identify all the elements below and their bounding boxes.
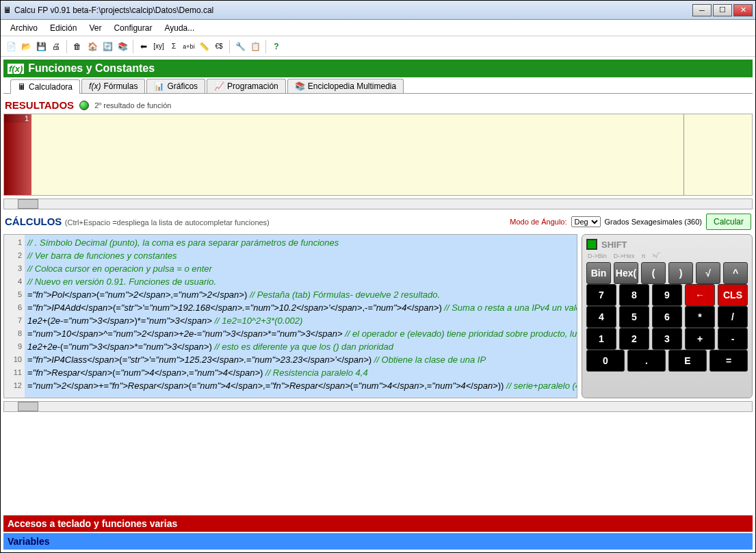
shift-label: SHIFT bbox=[601, 240, 627, 250]
print-icon[interactable]: 🖨 bbox=[50, 40, 62, 53]
menu-archivo[interactable]: Archivo bbox=[5, 22, 43, 34]
list-icon[interactable]: 📋 bbox=[249, 40, 261, 53]
resultados-ruler bbox=[683, 114, 752, 195]
key-x[interactable]: + bbox=[685, 328, 715, 350]
titlebar: 🖩 Calcu FP v0.91 beta-F:\projects\calcip… bbox=[1, 1, 755, 20]
angle-select[interactable]: Deg bbox=[571, 216, 601, 227]
window-title: Calcu FP v0.91 beta-F:\projects\calcip\D… bbox=[14, 5, 213, 15]
key-x[interactable]: . bbox=[627, 350, 666, 372]
key-x[interactable]: ) bbox=[668, 262, 693, 284]
minimize-button[interactable]: ─ bbox=[692, 4, 712, 16]
tab-graficos[interactable]: 📊Gráficos bbox=[146, 79, 205, 93]
resultados-editor[interactable]: 1 bbox=[3, 114, 753, 196]
key-x[interactable]: ^ bbox=[723, 262, 748, 284]
key-7[interactable]: 7 bbox=[586, 284, 616, 306]
tab-calculadora[interactable]: 🖩Calculadora bbox=[10, 79, 80, 94]
menu-ver[interactable]: Ver bbox=[83, 22, 107, 34]
functions-title: Funciones y Constantes bbox=[28, 62, 155, 75]
chart-icon: 📊 bbox=[154, 81, 164, 91]
key-6[interactable]: 6 bbox=[652, 306, 682, 328]
maximize-button[interactable]: ☐ bbox=[713, 4, 732, 16]
keypad-hints: D->Bin D->Hex π ³√‾ bbox=[586, 253, 748, 259]
delete-icon[interactable]: 🗑 bbox=[71, 40, 83, 53]
open-icon[interactable]: 📂 bbox=[20, 40, 32, 53]
prog-icon: 📈 bbox=[214, 81, 224, 91]
scrollbar-thumb[interactable] bbox=[18, 199, 38, 209]
key-2[interactable]: 2 bbox=[619, 328, 649, 350]
key-x[interactable]: * bbox=[685, 306, 715, 328]
currency-icon[interactable]: €$ bbox=[213, 40, 225, 53]
key-Hexx[interactable]: Hex( bbox=[614, 262, 638, 284]
key-E[interactable]: E bbox=[668, 350, 707, 372]
key-5[interactable]: 5 bbox=[619, 306, 649, 328]
tab-programacion[interactable]: 📈Programación bbox=[207, 79, 286, 93]
resultados-gutter: 1 bbox=[4, 114, 31, 195]
abi-icon[interactable]: a+bi bbox=[183, 40, 195, 53]
key-8[interactable]: 8 bbox=[619, 284, 649, 306]
resultados-title: RESULTADOS bbox=[5, 99, 74, 111]
key-0[interactable]: 0 bbox=[586, 350, 625, 372]
resultados-body[interactable] bbox=[31, 114, 683, 195]
key-1[interactable]: 1 bbox=[586, 328, 616, 350]
home-icon[interactable]: 🏠 bbox=[86, 40, 99, 53]
menu-ayuda[interactable]: Ayuda... bbox=[159, 22, 200, 34]
editor-row: 123456789101112 // . Símbolo Decimal (pu… bbox=[3, 234, 753, 398]
functions-panel-header[interactable]: f(x) Funciones y Constantes bbox=[3, 60, 753, 77]
calcular-button[interactable]: Calcular bbox=[706, 214, 751, 230]
book-icon: 📚 bbox=[295, 81, 305, 91]
code-scrollbar[interactable] bbox=[3, 401, 753, 412]
app-icon: 🖩 bbox=[3, 5, 12, 15]
key-x[interactable]: ( bbox=[641, 262, 666, 284]
new-icon[interactable]: 📄 bbox=[5, 40, 17, 53]
resultados-header: RESULTADOS 2º resultado de función bbox=[3, 95, 753, 112]
calculos-header: CÁLCULOS (Ctrl+Espacio =despliega la lis… bbox=[3, 211, 753, 233]
tab-enciclopedia[interactable]: 📚Enciclopedia Multimedia bbox=[287, 79, 404, 93]
fx-icon: f(x) bbox=[8, 64, 24, 74]
menu-edicion[interactable]: Edición bbox=[44, 22, 82, 34]
toolbar: 📄 📂 💾 🖨 🗑 🏠 🔄 📚 ⬅ [xy] Σ a+bi 📏 €$ 🔧 📋 ? bbox=[1, 36, 755, 57]
code-editor[interactable]: 123456789101112 // . Símbolo Decimal (pu… bbox=[3, 234, 577, 398]
shift-led-icon[interactable] bbox=[586, 239, 597, 250]
brackets-icon[interactable]: [xy] bbox=[153, 40, 165, 53]
menubar: Archivo Edición Ver Configurar Ayuda... bbox=[1, 20, 755, 36]
variables-panel-header[interactable]: Variables bbox=[3, 533, 753, 550]
main-tabs: 🖩Calculadora f(x)Fórmulas 📊Gráficos 📈Pro… bbox=[3, 79, 753, 94]
key-CLS[interactable]: CLS bbox=[718, 284, 748, 306]
accesos-panel-header[interactable]: Accesos a teclado y funciones varias bbox=[3, 515, 753, 532]
key-x[interactable]: = bbox=[709, 350, 748, 372]
app-window: 🖩 Calcu FP v0.91 beta-F:\projects\calcip… bbox=[0, 0, 756, 553]
angle-desc: Grados Sexagesimales (360) bbox=[605, 218, 702, 226]
save-icon[interactable]: 💾 bbox=[35, 40, 47, 53]
key-x[interactable]: √ bbox=[696, 262, 720, 284]
resultados-status: 2º resultado de función bbox=[94, 101, 171, 110]
keypad: SHIFT D->Bin D->Hex π ³√‾ BinHex(()√^789… bbox=[582, 234, 753, 398]
resultados-scrollbar[interactable] bbox=[3, 198, 753, 209]
close-button[interactable]: ✕ bbox=[733, 4, 753, 16]
back-icon[interactable]: ⬅ bbox=[138, 40, 150, 53]
calc-icon: 🖩 bbox=[18, 82, 26, 92]
content-area: f(x) Funciones y Constantes 🖩Calculadora… bbox=[1, 57, 755, 552]
code-body[interactable]: // . Símbolo Decimal (punto), la coma es… bbox=[25, 235, 577, 398]
help-icon[interactable]: ? bbox=[270, 40, 283, 53]
key-9[interactable]: 9 bbox=[652, 284, 682, 306]
shift-row: SHIFT bbox=[586, 239, 748, 250]
code-gutter: 123456789101112 bbox=[4, 235, 25, 398]
calculos-hint: (Ctrl+Espacio =despliega la lista de aut… bbox=[65, 218, 270, 227]
wrench-icon[interactable]: 🔧 bbox=[234, 40, 246, 53]
books-icon[interactable]: 📚 bbox=[116, 40, 129, 53]
key-3[interactable]: 3 bbox=[652, 328, 682, 350]
status-led-icon bbox=[79, 101, 89, 110]
ruler-icon[interactable]: 📏 bbox=[198, 40, 210, 53]
key-4[interactable]: 4 bbox=[586, 306, 616, 328]
key-Bin[interactable]: Bin bbox=[586, 262, 611, 284]
menu-configurar[interactable]: Configurar bbox=[108, 22, 157, 34]
refresh-icon[interactable]: 🔄 bbox=[101, 40, 114, 53]
tab-formulas[interactable]: f(x)Fórmulas bbox=[81, 79, 145, 93]
key-x[interactable]: ← bbox=[685, 284, 715, 306]
scrollbar-thumb[interactable] bbox=[18, 402, 38, 411]
key-x[interactable]: / bbox=[718, 306, 748, 328]
calculos-title: CÁLCULOS bbox=[5, 216, 62, 227]
key-x[interactable]: - bbox=[718, 328, 748, 350]
sum-icon[interactable]: Σ bbox=[168, 40, 180, 53]
fx-icon: f(x) bbox=[89, 81, 101, 91]
